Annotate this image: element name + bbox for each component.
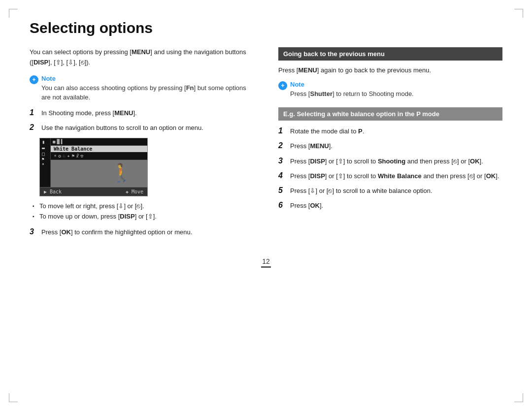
right-step-6: 6 Press [OK].	[278, 201, 502, 211]
section1-text: Press [MENU] again to go back to the pre…	[278, 65, 502, 76]
page-number-area: 12	[30, 257, 502, 268]
cam-menu-label: ▶ Back	[44, 189, 62, 194]
intro-text: You can select options by pressing [MENU…	[30, 47, 254, 68]
cam-highlight-row: White Balance	[51, 146, 147, 152]
cam-left-icons: ▮ ▬ □ ⚑ ⎈	[40, 138, 51, 187]
corner-tl	[9, 9, 18, 18]
page-title: Selecting options	[30, 20, 502, 36]
step-3-container: 3 Press [OK] to confirm the highlighted …	[30, 227, 254, 237]
section-header-1: Going back to the previous menu	[278, 47, 502, 61]
note-content-2: Press [Shutter] to return to Shooting mo…	[290, 89, 414, 99]
note-content-1: You can also access shooting options by …	[41, 83, 254, 102]
note-icon-2: +	[278, 81, 287, 90]
right-step-5: 5 Press [⇩] or [⎋] to scroll to a white …	[278, 186, 502, 196]
step-3: 3 Press [OK] to confirm the highlighted …	[30, 227, 254, 237]
right-step-1: 1 Rotate the mode dial to P.	[278, 126, 502, 136]
camera-person-silhouette: 🚶	[110, 162, 133, 183]
note-icon-1: +	[30, 75, 38, 84]
cam-image-area: 🚶	[51, 160, 147, 187]
cam-top-icons: ■█▌	[51, 138, 147, 146]
page: Selecting options You can select options…	[0, 0, 532, 411]
bullet-2: To move up or down, press [DISP] or [⇧].	[39, 212, 254, 222]
corner-bl	[9, 393, 18, 402]
cam-main-area: ■█▌ White Balance ☀ ✪ ♘ ✦ ⚑ ☧ ☢	[51, 138, 147, 187]
right-column: Going back to the previous menu Press [M…	[278, 47, 502, 243]
left-column: You can select options by pressing [MENU…	[30, 47, 254, 243]
note-box-2: + Note Press [Shutter] to return to Shoo…	[278, 81, 502, 99]
right-step-2: 2 Press [MENU].	[278, 141, 502, 151]
camera-screenshot: ▮ ▬ □ ⚑ ⎈ ■█▌ White Balance	[39, 138, 148, 196]
section-header-2: E.g. Selecting a white balance option in…	[278, 107, 502, 121]
note-box-1: + Note You can also access shooting opti…	[30, 75, 254, 102]
corner-br	[514, 393, 523, 402]
bullet-1: To move left or right, press [⇩] or [⎋].	[39, 201, 254, 212]
cam-bottom-bar: ▶ Back ✚ Move	[40, 187, 147, 196]
note-label-2: Note	[290, 81, 304, 88]
right-step-3: 3 Press [DISP] or [⇧] to scroll to Shoot…	[278, 157, 502, 166]
step-2: 2 Use the navigation buttons to scroll t…	[30, 123, 254, 133]
cam-move-label: ✚ Move	[126, 189, 143, 194]
note-label-1: Note	[41, 75, 56, 82]
two-col-layout: You can select options by pressing [MENU…	[30, 47, 502, 243]
page-number: 12	[261, 257, 271, 268]
steps-right: 1 Rotate the mode dial to P. 2 Press [ME…	[278, 126, 502, 211]
cam-sub-icons-row: ☀ ✪ ♘ ✦ ⚑ ☧ ☢	[51, 152, 147, 160]
steps-left: 1 In Shooting mode, press [MENU]. 2 Use …	[30, 108, 254, 133]
right-step-4: 4 Press [DISP] or [⇧] to scroll to White…	[278, 171, 502, 181]
bullet-list: To move left or right, press [⇩] or [⎋].…	[39, 201, 254, 222]
step-1: 1 In Shooting mode, press [MENU].	[30, 108, 254, 118]
corner-tr	[514, 9, 523, 18]
